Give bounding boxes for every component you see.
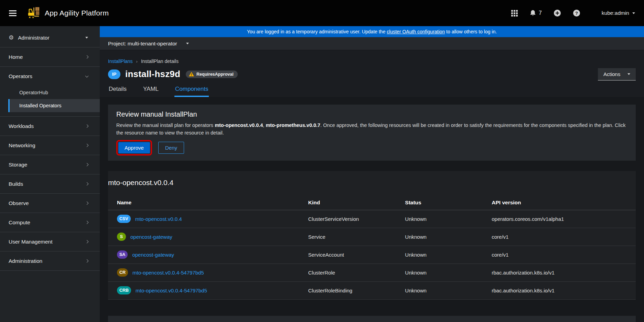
cluster-oauth-configuration-link[interactable]: cluster OAuth configuration [387, 29, 445, 34]
project-selector[interactable]: Project: multi-tenant-operator [100, 37, 644, 50]
breadcrumb-separator: › [136, 59, 138, 64]
resource-kind: Service [308, 234, 405, 240]
table-row: SA opencost-gateway ServiceAccount Unkno… [108, 246, 636, 264]
resource-status: Unknown [405, 252, 492, 258]
resource-status: Unknown [405, 216, 492, 222]
sidebar-item-networking[interactable]: Networking [0, 136, 100, 155]
notification-bell-button[interactable]: 7 [529, 10, 542, 17]
next-section-peek [108, 316, 636, 322]
review-card-description: Review the manual install plan for opera… [116, 122, 627, 137]
resource-status: Unknown [405, 234, 492, 240]
table-row: CRB mto-opencost.v0.0.4-54797bd5 Cluster… [108, 282, 636, 300]
tab-components[interactable]: Components [174, 86, 209, 97]
resource-kind-badge: CR [117, 268, 128, 277]
sidebar-item-storage[interactable]: Storage [0, 155, 100, 174]
review-installplan-card: Review manual InstallPlan Review the man… [108, 105, 636, 161]
sidebar-subitem-label: Installed Operators [19, 103, 62, 108]
sidebar-item-operators[interactable]: Operators [0, 67, 100, 86]
sidebar-item-installed-operators[interactable]: Installed Operators [8, 99, 100, 112]
sidebar-item-label: Compute [9, 219, 30, 226]
sidebar-item-label: Home [9, 54, 23, 60]
tab-yaml[interactable]: YAML [142, 86, 159, 97]
sidebar-item-observe[interactable]: Observe [0, 194, 100, 213]
chevron-right-icon [85, 125, 89, 128]
status-badge: RequiresApproval [186, 71, 238, 78]
banner-text: to allow others to log in. [445, 29, 497, 34]
table-header-row: Name Kind Status API version [108, 196, 636, 210]
section-title: mto-opencost.v0.0.4 [108, 179, 636, 187]
nav-toggle-hamburger-icon[interactable] [9, 10, 17, 16]
sidebar-group-operators: Operators OperatorHub Installed Operator… [0, 67, 100, 117]
table-row: S opencost-gateway Service Unknown core/… [108, 228, 636, 246]
resource-link[interactable]: mto-opencost.v0.0.4-54797bd5 [136, 288, 207, 293]
resource-api-version: core/v1 [492, 252, 627, 258]
resource-api-version: operators.coreos.com/v1alpha1 [492, 216, 627, 222]
review-actions: Approve Deny [116, 142, 627, 154]
project-selector-label: Project: multi-tenant-operator [108, 41, 177, 47]
deny-button[interactable]: Deny [158, 142, 184, 154]
login-notice-banner: You are logged in as a temporary adminis… [100, 26, 644, 37]
sidebar-item-administration[interactable]: Administration [0, 251, 100, 271]
page-title: install-hsz9d [125, 69, 180, 79]
sidebar-item-compute[interactable]: Compute [0, 213, 100, 232]
resource-api-version: rbac.authorization.k8s.io/v1 [492, 270, 627, 276]
table-row: CSV mto-opencost.v0.0.4 ClusterServiceVe… [108, 210, 636, 228]
column-header-status: Status [405, 200, 492, 206]
sidebar-item-label: Observe [9, 200, 29, 206]
resource-api-version: core/v1 [492, 234, 627, 240]
page-header: InstallPlans › InstallPlan details IP in… [100, 50, 644, 97]
breadcrumb-installplans-link[interactable]: InstallPlans [108, 58, 133, 64]
perspective-switcher[interactable]: ⚙ Administrator [0, 28, 100, 47]
breadcrumb-current: InstallPlan details [141, 58, 179, 64]
notification-count: 7 [539, 10, 542, 16]
status-badge-label: RequiresApproval [196, 72, 234, 77]
resource-api-version: rbac.authorization.k8s.io/v1 [492, 288, 627, 293]
user-menu[interactable]: kube:admin [602, 10, 635, 16]
sidebar: ⚙ Administrator Home Operators OperatorH… [0, 26, 100, 322]
column-header-api-version: API version [492, 200, 627, 206]
resource-kind-badge: CRB [117, 286, 131, 294]
actions-dropdown-button[interactable]: Actions [598, 68, 636, 80]
app-title: App Agility Platform [45, 9, 109, 17]
sidebar-subitem-label: OperatorHub [19, 90, 48, 95]
resource-kind-badge: CSV [117, 215, 131, 223]
sidebar-item-label: User Management [9, 239, 53, 245]
operator-components-section: mto-opencost.v0.0.4 Name Kind Status API… [108, 171, 636, 300]
cogs-icon: ⚙ [9, 34, 14, 41]
chevron-down-icon [627, 73, 630, 75]
resource-status: Unknown [405, 270, 492, 276]
resource-link[interactable]: mto-opencost.v0.0.4-54797bd5 [132, 270, 204, 276]
chevron-right-icon [85, 144, 89, 147]
resource-kind: ClusterRoleBinding [308, 288, 405, 293]
chevron-right-icon [85, 221, 89, 224]
review-card-title: Review manual InstallPlan [116, 110, 627, 118]
chevron-right-icon [85, 240, 89, 244]
chevron-right-icon [85, 182, 89, 186]
help-circle-icon[interactable]: ? [573, 9, 580, 17]
sidebar-item-operatorhub[interactable]: OperatorHub [0, 86, 100, 99]
sidebar-item-home[interactable]: Home [0, 47, 100, 67]
resource-link[interactable]: opencost-gateway [132, 252, 174, 258]
sidebar-item-user-management[interactable]: User Management [0, 232, 100, 251]
main-area: You are logged in as a temporary adminis… [100, 26, 644, 322]
actions-label: Actions [603, 71, 620, 77]
add-circle-icon[interactable] [554, 9, 561, 17]
perspective-label: Administrator [18, 35, 49, 41]
user-name: kube:admin [602, 10, 629, 16]
column-header-name: Name [117, 200, 308, 206]
forklift-logo-icon [27, 6, 41, 20]
operator-name: mto-prometheus.v0.0.7 [266, 122, 320, 128]
title-row: IP install-hsz9d RequiresApproval [108, 69, 636, 79]
resource-link[interactable]: opencost-gateway [130, 234, 172, 240]
chevron-right-icon [85, 202, 89, 205]
tab-bar: Details YAML Components [108, 86, 636, 97]
tab-details[interactable]: Details [108, 86, 127, 97]
chevron-right-icon [85, 163, 89, 167]
sidebar-item-builds[interactable]: Builds [0, 174, 100, 194]
approve-button[interactable]: Approve [118, 142, 150, 153]
resource-link[interactable]: mto-opencost.v0.0.4 [135, 216, 182, 222]
sidebar-item-label: Workloads [9, 123, 34, 129]
sidebar-item-workloads[interactable]: Workloads [0, 117, 100, 136]
app-launcher-grid-icon[interactable] [511, 10, 518, 17]
app-root: App Agility Platform 7 [0, 0, 644, 322]
